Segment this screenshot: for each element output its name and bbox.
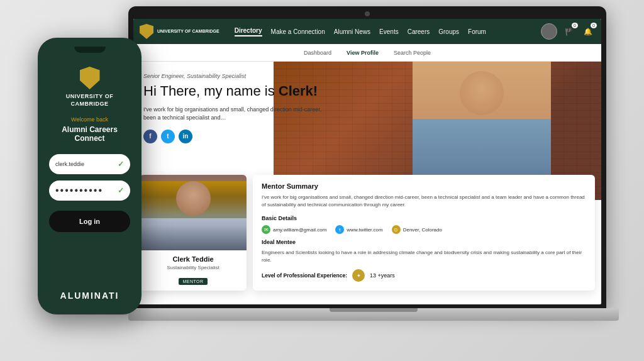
nav-make-connection[interactable]: Make a Connection — [271, 28, 325, 35]
phone-university-name: UNIVERSITY OF CAMBRIDGE — [49, 93, 130, 108]
experience-value: 13 +years — [370, 272, 395, 279]
subnav-search-people[interactable]: Search People — [394, 50, 431, 56]
nav-directory[interactable]: Directory — [235, 27, 262, 36]
email-icon: ✉ — [262, 225, 270, 234]
phone-notch — [74, 47, 106, 53]
hero-content: Senior Engineer, Sustainability Speciali… — [133, 62, 344, 200]
laptop-camera — [365, 11, 370, 16]
mentor-badge: MENTOR — [179, 278, 207, 285]
phone-welcome-text: Welcome back — [71, 116, 108, 123]
social-icons: f t in — [143, 130, 334, 143]
hero-title: Hi There, my name is Clerk! — [143, 83, 334, 99]
flag-badge: 0 — [572, 23, 578, 28]
experience-row: Level of Professional Experience: ✦ 13 +… — [262, 269, 586, 282]
subnav-view-profile[interactable]: View Profile — [347, 50, 379, 56]
hero-name: Clerk! — [279, 83, 318, 99]
laptop-screen: UNIVERSITY OF CAMBRIDGE Directory Make a… — [133, 19, 601, 304]
laptop: UNIVERSITY OF CAMBRIDGE Directory Make a… — [128, 6, 619, 340]
email-detail: ✉ amy.william@gmail.com — [262, 225, 326, 234]
laptop-base — [128, 308, 619, 321]
nav-careers[interactable]: Careers — [408, 28, 430, 35]
phone-password-value: •••••••••• — [55, 185, 118, 196]
basic-details: ✉ amy.william@gmail.com t www.twitter.co… — [262, 225, 586, 234]
nav-alumni-news[interactable]: Alumni News — [334, 28, 370, 35]
basic-details-label: Basic Details — [262, 215, 586, 221]
phone-logo-shield-icon — [80, 67, 100, 89]
profile-job-title: Sustainability Specialist — [145, 265, 242, 270]
subnav: Dashboard View Profile Search People — [133, 44, 601, 62]
experience-label: Level of Professional Experience: — [262, 272, 347, 279]
ideal-mentee-text: Engineers and Scientists looking to have… — [262, 249, 586, 264]
nav-forum[interactable]: Forum — [468, 28, 486, 35]
logo-shield-icon — [140, 24, 153, 39]
location-value: Denver, Colorado — [403, 227, 442, 233]
profile-card-info: Clerk Teddie Sustainability Specialist M… — [140, 250, 247, 291]
phone-password-field[interactable]: •••••••••• ✓ — [49, 181, 130, 201]
laptop-screen-outer: UNIVERSITY OF CAMBRIDGE Directory Make a… — [128, 6, 606, 308]
phone-screen: UNIVERSITY OF CAMBRIDGE Welcome back Alu… — [44, 60, 135, 291]
hero-greeting: Hi There, my name is — [143, 83, 275, 99]
location-icon: ⊙ — [392, 225, 401, 234]
phone-password-check-icon: ✓ — [118, 186, 124, 195]
navbar-logo: UNIVERSITY OF CAMBRIDGE — [140, 24, 219, 39]
ideal-mentee-label: Ideal Mentee — [262, 239, 586, 245]
twitter-icon[interactable]: t — [161, 130, 175, 143]
hero-description: I've work for big organisations and smal… — [143, 106, 334, 121]
twitter-detail-icon: t — [335, 225, 344, 234]
university-name: UNIVERSITY OF CAMBRIDGE — [157, 28, 219, 34]
twitter-detail: t www.twitter.com — [335, 225, 382, 234]
phone-logo-area: UNIVERSITY OF CAMBRIDGE — [49, 67, 130, 108]
subnav-dashboard[interactable]: Dashboard — [304, 50, 331, 56]
scene: UNIVERSITY OF CAMBRIDGE Directory Make a… — [0, 0, 644, 361]
nav-links: Directory Make a Connection Alumni News … — [235, 27, 486, 36]
bell-badge: 0 — [591, 23, 597, 28]
user-avatar[interactable] — [541, 23, 557, 40]
linkedin-icon[interactable]: in — [179, 130, 192, 143]
nav-events[interactable]: Events — [379, 28, 399, 35]
email-value: amy.william@gmail.com — [273, 227, 326, 233]
profile-name: Clerk Teddie — [145, 255, 242, 263]
phone-username-field[interactable]: clerk.teddie ✓ — [49, 154, 130, 174]
navbar: UNIVERSITY OF CAMBRIDGE Directory Make a… — [133, 19, 601, 44]
phone-app-name: Alumni Careers Connect — [49, 125, 130, 143]
phone-footer-brand: ALUMINATI — [60, 291, 119, 301]
phone-username-check-icon: ✓ — [118, 160, 124, 169]
phone: UNIVERSITY OF CAMBRIDGE Welcome back Alu… — [38, 38, 142, 314]
twitter-value: www.twitter.com — [347, 227, 382, 233]
facebook-icon[interactable]: f — [143, 130, 157, 143]
bell-icon-button[interactable]: 🔔 0 — [581, 25, 595, 38]
experience-icon: ✦ — [352, 269, 365, 282]
nav-groups[interactable]: Groups — [438, 28, 459, 35]
phone-login-button[interactable]: Log in — [49, 211, 130, 232]
location-detail: ⊙ Denver, Colorado — [392, 225, 442, 234]
nav-right: 🏴 0 🔔 0 — [541, 23, 595, 40]
phone-username-value: clerk.teddie — [55, 161, 118, 167]
hero-subtitle: Senior Engineer, Sustainability Speciali… — [143, 73, 334, 79]
flag-icon-button[interactable]: 🏴 0 — [562, 25, 576, 38]
photo-overlay — [140, 225, 247, 250]
